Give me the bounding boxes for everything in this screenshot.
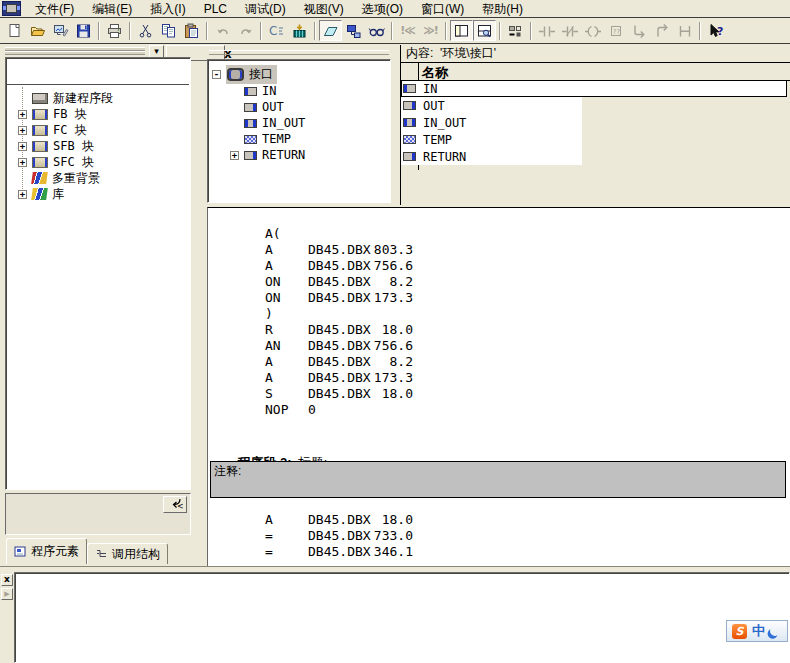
- tree-item-label: 库: [52, 186, 64, 203]
- menu-item[interactable]: 窗口(W): [412, 1, 473, 17]
- interface-root-row[interactable]: 接口: [212, 66, 390, 83]
- expand-box[interactable]: +: [18, 110, 27, 119]
- menu-item[interactable]: 调试(D): [236, 1, 295, 17]
- new-file-button[interactable]: [3, 20, 26, 41]
- open-branch-button[interactable]: [627, 20, 650, 41]
- expand-box[interactable]: +: [230, 151, 239, 160]
- menu-item[interactable]: 帮助(H): [473, 1, 532, 17]
- empty-box-button[interactable]: ??: [604, 20, 627, 41]
- operand: DB45.DBX: [308, 290, 373, 306]
- tree-item[interactable]: + FC 块: [6, 122, 190, 138]
- comment-label: 注释:: [214, 464, 241, 478]
- tree-item-label: 新建程序段: [53, 90, 113, 107]
- undo-icon: [214, 23, 232, 39]
- paste-button[interactable]: [180, 20, 203, 41]
- code-line: A DB45.DBX 18.0: [208, 512, 790, 528]
- toolbar-separator: [445, 22, 447, 40]
- expand-box[interactable]: +: [18, 190, 27, 199]
- nc-contact-button[interactable]: [558, 20, 581, 41]
- view-detail-button[interactable]: [473, 20, 496, 41]
- view-split-button[interactable]: [450, 20, 473, 41]
- interface-child-row[interactable]: OUT: [208, 99, 390, 115]
- interface-child-row[interactable]: IN: [208, 83, 390, 99]
- tree-item[interactable]: + SFB 块: [6, 138, 190, 154]
- operator: NOP: [265, 402, 308, 418]
- interface-child-row[interactable]: TEMP: [208, 131, 390, 147]
- stl-code-editor[interactable]: A( A DB45.DBX 803.3 A DB45.DBX 756.6 ON …: [207, 207, 790, 566]
- tree-item-label: FC 块: [53, 122, 87, 139]
- program-elements-tree[interactable]: 新建程序段 + FB 块 + FC 块 + SFB 块 + SFC 块: [5, 57, 191, 490]
- output-close-button[interactable]: [1, 574, 13, 586]
- moon-icon[interactable]: [769, 625, 781, 637]
- coil-button[interactable]: [581, 20, 604, 41]
- sogou-logo-icon[interactable]: S: [732, 624, 747, 639]
- panel-grip[interactable]: [5, 47, 145, 55]
- download-button[interactable]: [288, 20, 311, 41]
- view-split-icon: [453, 23, 471, 39]
- interface-child-row[interactable]: IN_OUT: [208, 115, 390, 131]
- cut-button[interactable]: [134, 20, 157, 41]
- close-branch-button[interactable]: [650, 20, 673, 41]
- code-line: ON DB45.DBX 173.3: [208, 290, 790, 306]
- goto-button[interactable]: C: [265, 20, 288, 41]
- menu-item[interactable]: 视图(V): [295, 1, 353, 17]
- tree-item[interactable]: + SFC 块: [6, 154, 190, 170]
- undo-button[interactable]: [211, 20, 234, 41]
- tab-program-elements[interactable]: 程序元素: [6, 538, 87, 564]
- overview-toggle-button[interactable]: [319, 20, 342, 41]
- variable-row[interactable]: IN_OUT: [401, 114, 582, 131]
- interface-tree-pane[interactable]: 接口 IN OUT IN_OUT TEMP + RE: [207, 59, 391, 203]
- variable-row[interactable]: RETURN: [401, 148, 582, 165]
- tree-item[interactable]: + FB 块: [6, 106, 190, 122]
- operator: A: [265, 258, 308, 274]
- menu-item[interactable]: PLC: [195, 1, 236, 17]
- redo-button[interactable]: [234, 20, 257, 41]
- prev-error-button[interactable]: !≪: [396, 20, 419, 41]
- bit-address: 346.1: [373, 544, 413, 560]
- variable-row[interactable]: IN: [401, 80, 787, 97]
- tree-item-icon: [32, 141, 48, 152]
- print-button[interactable]: [103, 20, 126, 41]
- tree-item[interactable]: 新建程序段: [6, 90, 190, 106]
- symbol-info-button[interactable]: [342, 20, 365, 41]
- menu-item[interactable]: 文件(F): [26, 1, 83, 17]
- menu-item[interactable]: 选项(O): [353, 1, 412, 17]
- paste-icon: [183, 23, 201, 39]
- block-window-icon[interactable]: [2, 1, 21, 16]
- new-network-button[interactable]: [504, 20, 527, 41]
- tree-item[interactable]: + 库: [6, 186, 190, 202]
- output-content[interactable]: [14, 572, 790, 663]
- ime-language-indicator[interactable]: 中: [752, 621, 765, 641]
- menu-item[interactable]: 编辑(E): [83, 1, 141, 17]
- collapse-box[interactable]: [212, 70, 221, 79]
- expand-box[interactable]: +: [18, 142, 27, 151]
- jump-to-source-button[interactable]: <: [163, 496, 187, 513]
- menu-item[interactable]: 插入(I): [141, 1, 194, 17]
- tree-item[interactable]: 多重背景: [6, 170, 190, 186]
- variable-row[interactable]: TEMP: [401, 131, 582, 148]
- expand-box[interactable]: +: [18, 126, 27, 135]
- no-contact-button[interactable]: [535, 20, 558, 41]
- tab-call-structure[interactable]: 调用结构: [87, 543, 168, 564]
- monitor-button[interactable]: [365, 20, 388, 41]
- ime-toolbar[interactable]: S 中: [726, 620, 788, 642]
- next-error-button[interactable]: ≫!: [419, 20, 442, 41]
- help-select-button[interactable]: ?: [704, 20, 727, 41]
- interface-child-row[interactable]: + RETURN: [208, 147, 390, 163]
- network2-comment-box[interactable]: 注释:: [210, 461, 786, 498]
- online-button[interactable]: [49, 20, 72, 41]
- toolbar-separator: [314, 22, 316, 40]
- variable-row[interactable]: OUT: [401, 97, 582, 114]
- open-button[interactable]: [26, 20, 49, 41]
- save-button[interactable]: [72, 20, 95, 41]
- operand: DB45.DBX: [308, 242, 373, 258]
- declaration-grip: [209, 50, 389, 55]
- view-detail-icon: [476, 23, 494, 39]
- tree-item-label: SFC 块: [53, 154, 94, 171]
- rung-button[interactable]: [673, 20, 696, 41]
- expand-box[interactable]: +: [18, 158, 27, 167]
- copy-button[interactable]: [157, 20, 180, 41]
- jump-arrow-icon: <: [167, 498, 183, 511]
- output-next-button[interactable]: [1, 588, 13, 600]
- interface-child-label: IN_OUT: [262, 116, 305, 130]
